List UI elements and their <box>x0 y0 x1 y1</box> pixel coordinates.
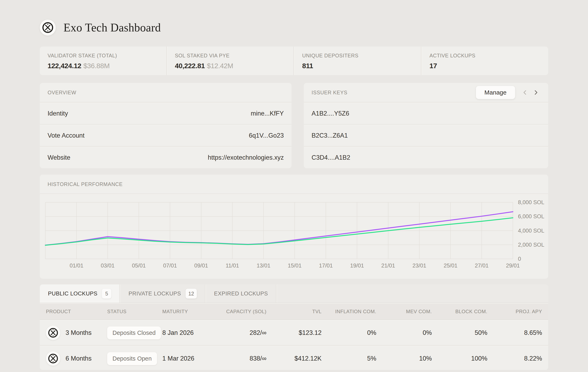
svg-text:23/01: 23/01 <box>412 263 426 269</box>
stat-active-lockups: ACTIVE LOCKUPS 17 <box>422 47 548 75</box>
manage-button[interactable]: Manage <box>476 86 515 99</box>
svg-text:27/01: 27/01 <box>475 263 489 269</box>
stat-value: 40,222.81 <box>175 62 205 70</box>
mev-value: 0% <box>376 329 432 337</box>
svg-text:6,000 SOL: 6,000 SOL <box>518 213 544 220</box>
inflation-value: 0% <box>322 329 376 337</box>
stat-validator-stake: VALIDATOR STAKE (TOTAL) 122,424.12$36.88… <box>40 47 166 75</box>
col-status: STATUS <box>107 309 162 314</box>
col-capacity: CAPACITY (SOL) <box>215 309 266 314</box>
col-mev: MEV COM. <box>376 309 432 314</box>
issuer-key-value: C3D4....A1B2 <box>312 154 350 161</box>
performance-chart-svg: 01/0103/0105/0107/0109/0111/0113/0115/01… <box>40 195 548 279</box>
stat-label: UNIQUE DEPOSITERS <box>302 53 421 59</box>
overview-row-value: 6q1V...Go23 <box>249 132 284 139</box>
tab-label: EXPIRED LOCKUPS <box>214 290 268 297</box>
dashboard-page: Exo Tech Dashboard VALIDATOR STAKE (TOTA… <box>0 0 588 372</box>
tab-private-lockups[interactable]: PRIVATE LOCKUPS 12 <box>120 284 205 303</box>
status-badge: Deposits Open <box>107 352 157 365</box>
inflation-value: 5% <box>322 355 376 362</box>
tab-label: PUBLIC LOCKUPS <box>48 290 97 297</box>
stat-label: VALIDATOR STAKE (TOTAL) <box>48 53 166 59</box>
tab-public-lockups[interactable]: PUBLIC LOCKUPS 5 <box>40 284 119 303</box>
apy-value: 8.22% <box>487 355 542 362</box>
svg-text:03/01: 03/01 <box>101 263 115 269</box>
issuer-keys-title: ISSUER KEYS <box>312 90 347 96</box>
block-value: 100% <box>432 355 487 362</box>
issuer-key-item: C3D4....A1B2 <box>304 147 548 168</box>
col-inflation: INFLATION COM. <box>322 309 376 314</box>
stat-value: 811 <box>302 62 313 70</box>
svg-text:17/01: 17/01 <box>319 263 333 269</box>
svg-text:0: 0 <box>518 256 521 262</box>
svg-text:8,000 SOL: 8,000 SOL <box>518 199 544 205</box>
svg-text:11/01: 11/01 <box>226 263 239 269</box>
col-apy: PROJ. APY <box>487 309 542 314</box>
svg-text:2,000 SOL: 2,000 SOL <box>518 242 544 248</box>
tabs-filler <box>277 284 548 303</box>
svg-text:07/01: 07/01 <box>163 263 177 269</box>
svg-text:09/01: 09/01 <box>194 263 208 269</box>
brand-product-icon <box>48 353 58 364</box>
chevron-right-icon[interactable] <box>531 88 540 97</box>
svg-text:05/01: 05/01 <box>132 263 146 269</box>
svg-text:15/01: 15/01 <box>288 263 302 269</box>
stat-secondary-value: $12.42M <box>207 62 233 70</box>
issuer-key-item: B2C3...Z6A1 <box>304 125 548 146</box>
brand-logo-icon <box>42 22 54 33</box>
status-badge: Deposits Closed <box>107 327 161 339</box>
mev-value: 10% <box>376 355 432 362</box>
table-row[interactable]: 3 Months Deposits Closed 8 Jan 2026 282/… <box>40 320 548 345</box>
tab-count-badge: 12 <box>186 289 197 298</box>
tab-expired-lockups[interactable]: EXPIRED LOCKUPS <box>206 284 276 303</box>
col-maturity: MATURITY <box>162 309 215 314</box>
maturity-value: 8 Jan 2026 <box>162 329 215 337</box>
overview-row-label: Website <box>48 154 70 161</box>
historical-performance-title: HISTORICAL PERFORMANCE <box>48 181 123 187</box>
svg-text:21/01: 21/01 <box>381 263 395 269</box>
historical-performance-card: HISTORICAL PERFORMANCE 01/0103/0105/0107… <box>40 175 548 279</box>
table-header: PRODUCT STATUS MATURITY CAPACITY (SOL) T… <box>40 304 548 319</box>
issuer-key-value: B2C3...Z6A1 <box>312 132 348 139</box>
capacity-value: 282/∞ <box>215 329 266 337</box>
app-header: Exo Tech Dashboard <box>40 0 548 36</box>
table-row[interactable]: 6 Months Deposits Open 1 Mar 2026 838/∞ … <box>40 346 548 370</box>
product-name: 3 Months <box>65 329 92 337</box>
apy-value: 8.65% <box>487 329 542 337</box>
overview-row-label: Vote Account <box>48 132 84 139</box>
overview-row-identity: Identity mine...KfFY <box>40 103 292 124</box>
issuer-keys-card: ISSUER KEYS Manage A1B2....Y5Z6 B2C3. <box>304 83 548 168</box>
overview-row-vote-account: Vote Account 6q1V...Go23 <box>40 125 292 146</box>
svg-text:29/01: 29/01 <box>506 263 520 269</box>
chevron-left-icon[interactable] <box>520 88 529 97</box>
svg-text:19/01: 19/01 <box>350 263 364 269</box>
overview-row-website: Website https://exotechnologies.xyz <box>40 147 292 168</box>
svg-text:13/01: 13/01 <box>257 263 271 269</box>
product-name: 6 Months <box>65 355 92 362</box>
overview-row-label: Identity <box>48 110 68 117</box>
block-value: 50% <box>432 329 487 337</box>
tvl-value: $123.12 <box>266 329 322 337</box>
product-icon <box>46 326 60 340</box>
stat-label: SOL STAKED VIA PYE <box>175 53 294 59</box>
stat-sol-staked: SOL STAKED VIA PYE 40,222.81$12.42M <box>167 47 294 75</box>
overview-title: OVERVIEW <box>48 90 76 96</box>
brand-logo <box>40 20 56 35</box>
issuer-key-value: A1B2....Y5Z6 <box>312 110 349 117</box>
col-product: PRODUCT <box>46 309 107 314</box>
brand-product-icon <box>48 328 58 338</box>
svg-text:25/01: 25/01 <box>444 263 458 269</box>
capacity-value: 838/∞ <box>215 355 266 362</box>
stat-unique-depositers: UNIQUE DEPOSITERS 811 <box>294 47 421 75</box>
tvl-value: $412.12K <box>266 355 322 362</box>
stat-label: ACTIVE LOCKUPS <box>430 53 548 59</box>
svg-text:4,000 SOL: 4,000 SOL <box>518 228 544 234</box>
tab-count-badge: 5 <box>102 289 111 298</box>
stat-value: 17 <box>430 62 437 70</box>
stat-secondary-value: $36.88M <box>83 62 110 70</box>
lockups-tabs: PUBLIC LOCKUPS 5 PRIVATE LOCKUPS 12 EXPI… <box>40 284 548 303</box>
col-block: BLOCK COM. <box>432 309 487 314</box>
overview-row-value: mine...KfFY <box>251 110 284 117</box>
maturity-value: 1 Mar 2026 <box>162 355 215 362</box>
product-icon <box>46 351 60 366</box>
